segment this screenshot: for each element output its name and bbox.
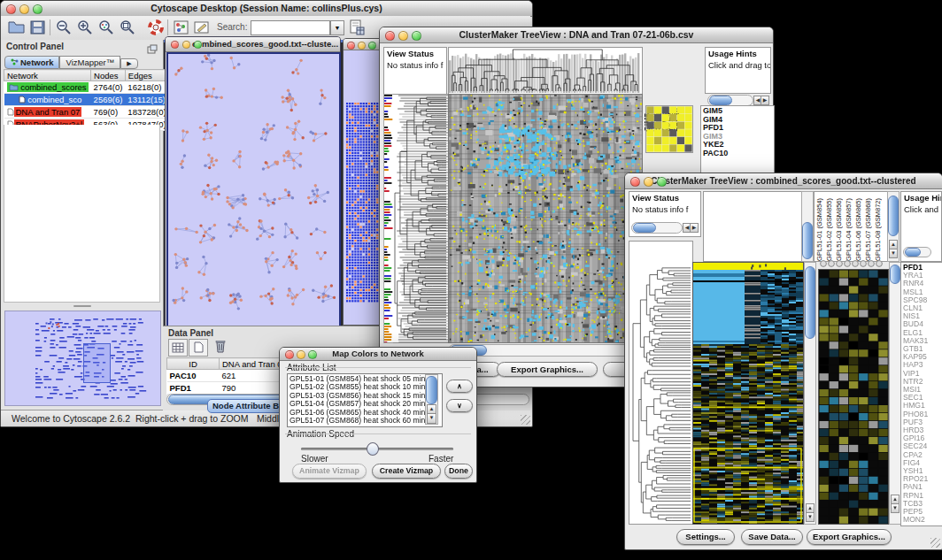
help-lifering-icon[interactable] — [148, 19, 164, 39]
minimize-button[interactable] — [19, 4, 29, 14]
resize-grip[interactable] — [521, 415, 530, 425]
tab-network[interactable]: Network — [4, 56, 59, 69]
tv2-detail-vscrollbar[interactable]: ▲ ▼ — [889, 262, 901, 525]
panel-splitter[interactable] — [4, 303, 160, 309]
tv1-row-dendrogram-pane[interactable] — [393, 94, 449, 343]
move-down-button[interactable]: ∨ — [446, 399, 473, 412]
scrollbar-thumb[interactable] — [905, 248, 921, 257]
row-dendrogram-canvas[interactable] — [393, 95, 448, 342]
zoom-in-icon[interactable] — [77, 19, 93, 39]
import-table-icon[interactable] — [349, 19, 365, 39]
network-view-window-2[interactable] — [343, 38, 383, 326]
float-panel-icon[interactable] — [147, 42, 158, 58]
dialog-titlebar[interactable]: Map Colors to Network — [280, 348, 476, 361]
scrollbar-thumb[interactable] — [890, 265, 900, 284]
zoom-button[interactable] — [194, 41, 202, 49]
tv2-hints-hscrollbar[interactable] — [903, 247, 931, 257]
network-view-window[interactable]: combined_scores_good.txt--cluste... — [165, 36, 341, 327]
scroll-down-arrow[interactable]: ▼ — [891, 503, 900, 513]
minimize-button[interactable] — [297, 350, 305, 359]
row-dendrogram-canvas[interactable] — [629, 242, 692, 524]
new-attribute-icon[interactable] — [189, 339, 208, 357]
scroll-right-arrow[interactable]: ▶ — [690, 223, 699, 233]
tv2-coldendro-vscrollbar[interactable] — [801, 191, 814, 262]
scrollbar-thumb[interactable] — [709, 96, 732, 105]
zoom-button[interactable] — [657, 177, 667, 187]
open-session-icon[interactable] — [8, 20, 26, 38]
window-controls[interactable] — [6, 4, 42, 14]
annotation-tool-icon[interactable] — [194, 20, 210, 38]
zoom-button[interactable] — [412, 31, 421, 41]
zoom-button[interactable] — [33, 4, 42, 14]
vizmap-nodes-icon[interactable] — [174, 20, 189, 38]
network2-titlebar[interactable] — [344, 39, 382, 50]
dense-network-canvas[interactable] — [345, 101, 381, 306]
tv1-similarity-matrix[interactable] — [645, 105, 693, 153]
select-attributes-icon[interactable] — [168, 339, 188, 357]
window-controls[interactable] — [385, 31, 421, 41]
close-button[interactable] — [347, 42, 355, 50]
column-dendrogram-canvas[interactable] — [449, 48, 640, 93]
gene-label[interactable]: MON2 — [903, 516, 942, 524]
window-controls[interactable] — [285, 350, 317, 359]
save-session-icon[interactable] — [30, 20, 45, 38]
minimize-button[interactable] — [398, 31, 408, 41]
zoom-selected-icon[interactable] — [98, 19, 114, 39]
done-button[interactable]: Done — [444, 464, 473, 479]
close-button[interactable] — [285, 350, 294, 359]
scroll-right-arrow[interactable]: ▶ — [761, 96, 769, 105]
network-row[interactable]: combined_scores 2764(0) 16218(0) — [4, 81, 169, 94]
scroll-down-arrow[interactable]: ▼ — [806, 512, 815, 522]
animation-speed-slider-thumb[interactable] — [367, 442, 379, 456]
search-dropdown-arrow[interactable]: ▼ — [330, 20, 344, 35]
window-controls[interactable] — [347, 42, 376, 50]
treeview1-titlebar[interactable]: ClusterMaker TreeView : DNA and Tran 07-… — [380, 27, 773, 43]
minimize-button[interactable] — [644, 177, 653, 187]
attribute-list-vscrollbar[interactable]: ▲ ▼ — [425, 374, 438, 425]
window-controls[interactable] — [630, 177, 667, 187]
zoom-button[interactable] — [368, 42, 376, 50]
network-row-selected[interactable]: combined_sco 2569(6) 13112(15) — [4, 94, 169, 106]
delete-attribute-icon[interactable] — [212, 338, 229, 355]
zoom-fit-icon[interactable] — [120, 19, 135, 39]
treeview2-titlebar[interactable]: ClusterMaker TreeView : combined_scores_… — [625, 173, 942, 189]
network-window-titlebar[interactable]: combined_scores_good.txt--cluste... — [166, 37, 340, 52]
animate-vizmap-button[interactable]: Animate Vizmap — [292, 464, 367, 479]
close-button[interactable] — [630, 177, 640, 187]
tv2-detail-heatmap[interactable] — [818, 269, 889, 525]
network-row[interactable]: DNA and Tran 07 769(0) 183728(0) — [4, 106, 169, 119]
create-vizmap-button[interactable]: Create Vizmap — [372, 464, 441, 479]
tv1-heatmap-hscrollbar[interactable] — [448, 344, 643, 357]
row-label[interactable]: PAC10 — [703, 150, 772, 158]
minimize-button[interactable] — [358, 42, 366, 50]
search-input[interactable] — [251, 20, 330, 35]
tv2-heatmap[interactable] — [692, 262, 804, 525]
tab-vizmapper[interactable]: VizMapper™ — [59, 56, 120, 69]
tv1-heatmap[interactable] — [448, 94, 643, 343]
scrollbar-thumb[interactable] — [888, 196, 899, 236]
network-canvas[interactable] — [168, 54, 336, 323]
birdseye-view[interactable] — [4, 311, 161, 406]
tv2-heatmap-vscrollbar[interactable]: ▲ ▼ — [804, 262, 816, 525]
scrollbar-thumb[interactable] — [805, 266, 815, 339]
zoom-out-icon[interactable] — [56, 19, 72, 39]
minimize-button[interactable] — [182, 41, 190, 49]
scroll-down-arrow[interactable]: ▼ — [889, 249, 898, 258]
tv2-row-dendrogram-pane[interactable] — [629, 241, 693, 525]
close-button[interactable] — [385, 31, 395, 41]
move-up-button[interactable]: ∧ — [446, 380, 473, 393]
tabs-overflow-arrow[interactable]: ▶ — [120, 58, 137, 69]
zoom-button[interactable] — [308, 350, 317, 359]
settings-button[interactable]: Settings... — [676, 529, 735, 545]
scrollbar-thumb[interactable] — [802, 222, 813, 259]
tv2-column-dendrogram-pane[interactable] — [703, 191, 802, 262]
scroll-down-arrow[interactable]: ▼ — [427, 413, 436, 424]
tv2-status-hscrollbar[interactable] — [631, 222, 683, 234]
main-titlebar[interactable]: Cytoscape Desktop (Session Name: collins… — [1, 1, 532, 17]
tv2-collabels-vscrollbar[interactable]: ▲ ▼ — [887, 191, 900, 262]
scrollbar-thumb[interactable] — [633, 223, 656, 233]
save-data-button[interactable]: Save Data... — [741, 529, 803, 545]
attribute-item[interactable]: GPL51-07 (GSM868) heat shock 60 min — [290, 417, 440, 425]
resize-grip[interactable] — [930, 538, 940, 548]
close-button[interactable] — [6, 4, 16, 14]
